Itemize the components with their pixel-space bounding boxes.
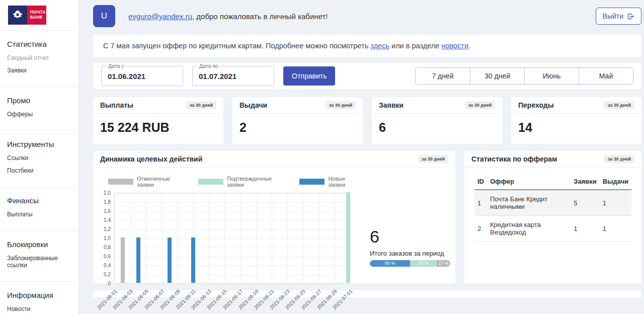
- y-tick-label: 1,4: [104, 217, 111, 223]
- table-row: 2Кредитная карта Вездедоход11: [474, 216, 631, 242]
- y-tick-label: 0,4: [104, 263, 111, 268]
- sidebar-section: ПромоОфферы: [0, 87, 78, 130]
- stat-card: Выплатыза 30 дней15 224 RUB: [93, 97, 223, 144]
- legend-item: Новые заявки: [299, 176, 363, 188]
- gridline: [115, 220, 349, 221]
- offers-title: Статистика по офферам: [471, 155, 557, 163]
- news-banner: С 7 мая запущен оффер по кредитным карта…: [93, 35, 641, 57]
- orders-progress-bar: 50 %33 %17 %: [370, 260, 450, 267]
- y-tick-label: 1,8: [104, 199, 111, 205]
- y-tick-label: 0,2: [104, 272, 111, 277]
- y-tick-label: 1,0: [104, 236, 111, 241]
- date-to-label: Дата по: [197, 63, 220, 69]
- legend-label: Отмененные заявки: [137, 176, 187, 188]
- offers-table: IDОфферЗаявкиВыдачи 1Почта Банк Кредит н…: [474, 174, 631, 242]
- period-badge: за 30 дней: [326, 101, 356, 109]
- banner-link-news[interactable]: новости: [441, 42, 468, 50]
- submit-button[interactable]: Отправить: [283, 66, 335, 86]
- period-badge: за 30 дней: [604, 101, 634, 109]
- y-tick-label: 0,6: [104, 254, 111, 259]
- legend-swatch: [198, 179, 223, 185]
- stat-card: Заявкиза 30 дней6: [372, 97, 502, 144]
- y-tick-label: 2,0: [104, 190, 111, 196]
- chart-title: Динамика целевых действий: [100, 155, 202, 163]
- stat-card-header: Выдачиза 30 дней: [232, 97, 363, 114]
- gridline: [178, 193, 178, 283]
- sidebar-section: ФинансыВыплаты: [0, 187, 78, 230]
- stat-card-value: 2: [232, 114, 363, 144]
- sidebar-item[interactable]: Офферы: [7, 111, 71, 118]
- total-orders-value: 6: [370, 227, 450, 247]
- actions-dynamics-card: Динамика целевых действий за 30 дней Отм…: [93, 151, 455, 283]
- date-from-label: Дата с: [106, 63, 126, 69]
- gridline: [272, 193, 272, 283]
- gridline: [115, 229, 349, 230]
- legend-item: Подтвержденные заявки: [198, 176, 289, 188]
- sidebar-item[interactable]: Заявки: [7, 67, 71, 74]
- sidebar: ПОЧТАБАНК СтатистикаСводный отчетЗаявкиП…: [0, 0, 79, 314]
- sidebar-item[interactable]: Выплаты: [7, 211, 71, 218]
- period-badge: за 30 дней: [418, 155, 448, 163]
- cell-offer: Почта Банк Кредит наличными: [487, 190, 571, 216]
- chart-legend: Отмененные заявкиПодтвержденные заявкиНо…: [108, 176, 363, 188]
- gridline: [115, 248, 349, 248]
- chart-bar: [136, 238, 140, 283]
- legend-label: Подтвержденные заявки: [227, 176, 288, 188]
- sidebar-section-heading: Финансы: [7, 196, 71, 205]
- stat-card-value: 14: [511, 114, 641, 144]
- sidebar-section-heading: Информация: [7, 291, 71, 299]
- period-button[interactable]: Май: [579, 68, 633, 84]
- gridline: [240, 193, 241, 283]
- stat-card-value: 15 224 RUB: [93, 114, 223, 144]
- date-to-input[interactable]: [193, 66, 274, 86]
- table-row: 1Почта Банк Кредит наличными51: [474, 190, 631, 216]
- chart-bar: [191, 238, 195, 283]
- sidebar-item[interactable]: Сводный отчет: [7, 54, 71, 61]
- sidebar-section: БлокировкиЗаблокированные ссылки: [0, 231, 78, 281]
- logout-icon: [627, 13, 634, 20]
- cell-id: 2: [474, 216, 487, 242]
- date-from-field[interactable]: Дата с: [101, 66, 183, 86]
- table-column-header: Оффер: [487, 174, 571, 190]
- period-button[interactable]: 30 дней: [470, 68, 524, 84]
- sidebar-section: ИнформацияНовостиПоддержкаFAQ: [0, 282, 78, 314]
- y-tick-label: 0,8: [104, 245, 111, 250]
- banner-link-here[interactable]: здесь: [370, 42, 389, 50]
- stats-row: Выплатыза 30 дней15 224 RUBВыдачиза 30 д…: [93, 97, 641, 144]
- gridline: [115, 257, 349, 257]
- stat-card-header: Заявкиза 30 дней: [372, 97, 502, 114]
- filter-bar: Дата с Дата по Отправить 7 дней30 днейИю…: [93, 63, 641, 89]
- logout-button[interactable]: Выйти: [596, 8, 641, 25]
- gridline: [256, 193, 257, 283]
- date-from-input[interactable]: [102, 66, 183, 86]
- sidebar-item[interactable]: Ссылки: [7, 154, 71, 162]
- table-column-header: Выдачи: [600, 174, 631, 190]
- eagle-emblem-icon: [8, 6, 27, 25]
- user-email-link[interactable]: evguro@yandex.ru: [128, 12, 192, 21]
- sidebar-section: ИнструментыСсылкиПостбеки: [0, 131, 78, 187]
- date-to-field[interactable]: Дата по: [192, 66, 274, 86]
- sidebar-item[interactable]: Постбеки: [7, 167, 71, 174]
- period-button[interactable]: 7 дней: [416, 68, 470, 84]
- stat-card: Переходыза 30 дней14: [511, 97, 641, 144]
- welcome-message: evguro@yandex.ru, добро пожаловать в лич…: [128, 12, 328, 21]
- main-area: U evguro@yandex.ru, добро пожаловать в л…: [79, 0, 644, 314]
- period-badge: за 30 дней: [604, 155, 634, 163]
- gridline: [209, 193, 209, 283]
- sidebar-item[interactable]: Новости: [7, 305, 71, 312]
- period-badge: за 30 дней: [186, 101, 216, 109]
- charts-row: Динамика целевых действий за 30 дней Отм…: [93, 151, 641, 283]
- pochta-bank-logo[interactable]: ПОЧТАБАНК: [0, 0, 78, 30]
- sidebar-section-heading: Промо: [7, 96, 71, 105]
- cell-zayavki: 1: [571, 216, 599, 242]
- period-button-group: 7 дней30 днейИюньМай: [415, 67, 633, 85]
- table-column-header: ID: [474, 174, 487, 190]
- legend-swatch: [108, 179, 133, 185]
- user-avatar[interactable]: U: [93, 5, 115, 27]
- stat-card-title: Переходы: [518, 101, 554, 109]
- sidebar-section-heading: Блокировки: [7, 240, 71, 249]
- sidebar-item[interactable]: Заблокированные ссылки: [7, 255, 71, 269]
- y-tick-label: 1,2: [104, 226, 111, 232]
- period-button[interactable]: Июнь: [524, 68, 579, 84]
- legend-item: Отмененные заявки: [108, 176, 187, 188]
